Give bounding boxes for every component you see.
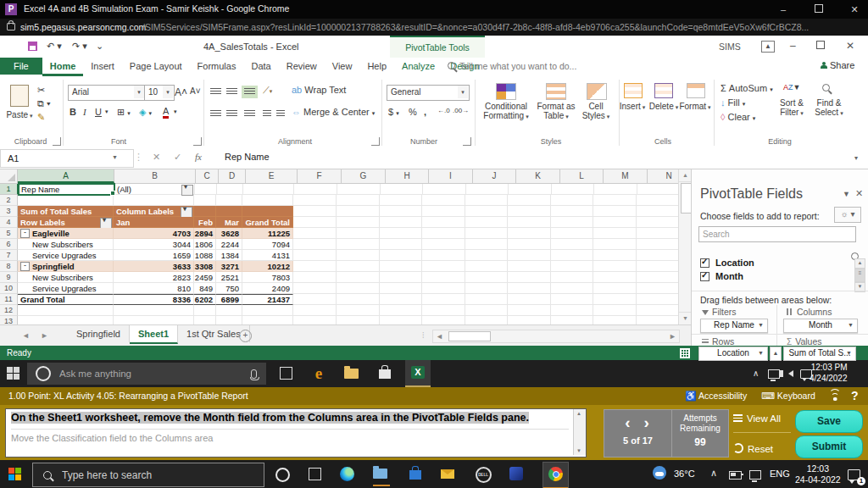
grow-font-button[interactable]: A˄ [175, 86, 187, 98]
cell-H13[interactable] [380, 316, 422, 324]
collapse-icon[interactable]: - [20, 262, 30, 271]
column-header-E[interactable]: E [246, 169, 298, 183]
cell-F7[interactable] [293, 250, 337, 261]
column-header-L[interactable]: L [560, 169, 604, 183]
cell-K1[interactable] [509, 184, 552, 195]
fields-pane-tools-gear-icon[interactable]: ☼ ▾ [834, 207, 861, 223]
cell-H12[interactable] [380, 305, 422, 316]
scroll-down-icon[interactable]: ▼ [679, 312, 692, 324]
cell-D5[interactable]: 3628 [216, 228, 242, 239]
shrink-font-button[interactable]: A˅ [190, 86, 201, 96]
browser-urlbar[interactable]: sim5.pegasus.pearsoncmg.com /SIM5Service… [0, 19, 868, 36]
cell-H5[interactable] [380, 228, 422, 239]
cell-M3[interactable] [593, 206, 637, 217]
ribbon-tab-file[interactable]: File [0, 58, 42, 75]
cell-D9[interactable]: 2521 [216, 272, 242, 283]
wrap-text-button[interactable]: ab Wrap Text [292, 85, 346, 95]
align-right-button[interactable] [244, 110, 255, 118]
cell-D8[interactable]: 3271 [216, 261, 242, 272]
cell-E9[interactable]: 7803 [242, 272, 293, 283]
fields-pane-options-icon[interactable]: ▼ [843, 190, 850, 198]
copy-button[interactable]: ⧉ ▾ [37, 98, 51, 109]
host-cortana-icon[interactable] [275, 468, 292, 485]
format-cells-button[interactable]: Format [678, 102, 712, 112]
cell-A3[interactable]: Sum of Total Sales [18, 206, 114, 217]
accessibility-button[interactable]: ♿ Accessibility [685, 391, 747, 402]
cell-L11[interactable] [551, 294, 593, 305]
microphone-icon[interactable] [251, 369, 257, 379]
browser-restore-button[interactable] [812, 3, 826, 16]
cell-M8[interactable] [593, 261, 637, 272]
cell-B9[interactable]: 2823 [114, 272, 194, 283]
values-field-sum-total-sales[interactable]: Sum of Total S...▼ [783, 347, 856, 361]
cell-I6[interactable] [422, 239, 465, 250]
browser-close-button[interactable]: ✕ [848, 3, 861, 16]
ribbon-tab-home[interactable]: Home [42, 58, 84, 76]
cell-styles-icon[interactable] [587, 83, 607, 100]
cell-K3[interactable] [508, 206, 551, 217]
cell-E10[interactable]: 2409 [242, 283, 293, 294]
cell-F5[interactable] [293, 228, 337, 239]
increase-decimal-button[interactable]: ←.0 [437, 107, 450, 114]
clear-button[interactable]: ◊ Clear ▾ [721, 112, 755, 122]
checkbox-month[interactable] [700, 272, 709, 281]
row-header-12[interactable]: 12 [0, 305, 18, 316]
italic-button[interactable]: I [83, 107, 86, 117]
font-dialog-launcher[interactable] [193, 137, 202, 146]
cell-C4[interactable]: Feb [194, 217, 216, 228]
cell-F6[interactable] [293, 239, 337, 250]
confirm-entry-icon[interactable]: ✓ [174, 152, 181, 163]
cell-G13[interactable] [337, 316, 380, 324]
cell-I3[interactable] [422, 206, 465, 217]
cell-F11[interactable] [293, 294, 337, 305]
host-store-icon[interactable] [407, 466, 424, 483]
cell-E11[interactable]: 21437 [242, 294, 293, 305]
keyboard-button[interactable]: ⌨ Keyboard [761, 391, 815, 402]
cell-H4[interactable] [380, 217, 422, 228]
cell-B13[interactable] [114, 316, 194, 324]
format-painter-button[interactable]: ✎ [37, 112, 45, 123]
field-item-month[interactable]: Month [700, 271, 743, 281]
cell-M5[interactable] [593, 228, 637, 239]
cell-B12[interactable] [114, 305, 194, 316]
alignment-dialog-launcher[interactable] [371, 137, 380, 146]
cell-F3[interactable] [293, 206, 337, 217]
cell-H8[interactable] [380, 261, 422, 272]
ribbon-tab-view[interactable]: View [325, 58, 360, 74]
cell-B11[interactable]: 8336 [114, 294, 194, 305]
host-tray-chevron-icon[interactable]: ∧ [710, 468, 717, 479]
cell-H10[interactable] [380, 283, 422, 294]
row-header-2[interactable]: 2 [0, 195, 18, 206]
cell-C2[interactable] [194, 195, 216, 206]
clipboard-dialog-launcher[interactable] [53, 137, 61, 146]
row-header-6[interactable]: 6 [0, 239, 18, 250]
cell-E1[interactable] [243, 184, 294, 195]
sheet-tab-springfield[interactable]: Springfield [68, 325, 130, 342]
cell-I8[interactable] [422, 261, 465, 272]
row-header-9[interactable]: 9 [0, 272, 18, 283]
hscroll-left-icon[interactable]: ◄ [436, 332, 443, 341]
cell-M12[interactable] [593, 305, 637, 316]
delete-cells-icon[interactable] [654, 83, 673, 98]
fill-button[interactable]: ↓ Fill ▾ [721, 97, 745, 108]
cell-D12[interactable] [216, 305, 242, 316]
cell-G6[interactable] [337, 239, 380, 250]
column-header-G[interactable]: G [342, 169, 386, 183]
cell-J10[interactable] [465, 283, 508, 294]
cell-D6[interactable]: 2244 [216, 239, 242, 250]
cell-K11[interactable] [508, 294, 551, 305]
formula-bar-expand[interactable]: ▾ [854, 154, 858, 162]
cell-L3[interactable] [551, 206, 593, 217]
cell-M13[interactable] [593, 316, 637, 324]
cell-I4[interactable] [422, 217, 465, 228]
align-top-button[interactable] [210, 88, 221, 96]
battery-icon[interactable] [729, 471, 742, 480]
cell-A11[interactable]: Grand Total [18, 294, 114, 305]
insert-cells-button[interactable]: Insert [617, 102, 648, 112]
cell-C1[interactable] [195, 184, 217, 195]
decrease-indent-button[interactable] [263, 110, 271, 118]
cell-J11[interactable] [465, 294, 508, 305]
host-clock[interactable]: 12:03 24-04-2022 [795, 463, 841, 485]
cell-J3[interactable] [465, 206, 508, 217]
cell-E2[interactable] [242, 195, 293, 206]
